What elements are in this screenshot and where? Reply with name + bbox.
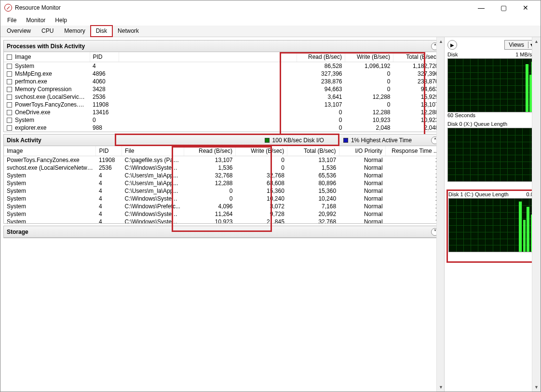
row-checkbox[interactable]	[7, 64, 12, 69]
col-read[interactable]: Read (B/sec)	[184, 146, 235, 156]
scroll-down-icon[interactable]: ▼	[532, 383, 541, 392]
disk-activity-table: Image PID File Read (B/sec) Write (B/sec…	[4, 146, 442, 223]
menu-monitor[interactable]: Monitor	[22, 16, 49, 25]
table-row[interactable]: System0010,92310,923	[4, 116, 442, 124]
panel-disk-activity-header[interactable]: Disk Activity 100 KB/sec Disk I/O 1% Hig…	[4, 135, 442, 146]
table-header-row: Image PID File Read (B/sec) Write (B/sec…	[4, 146, 442, 156]
tab-cpu[interactable]: CPU	[36, 26, 59, 37]
tab-overview[interactable]: Overview	[1, 26, 36, 37]
graph1-title: Disk	[447, 52, 458, 57]
table-row[interactable]: OneDrive.exe13416012,28812,288	[4, 108, 442, 116]
hide-pane-button[interactable]: ▶	[447, 40, 457, 50]
table-row[interactable]: MsMpEng.exe4896327,3960327,396	[4, 70, 442, 78]
table-row[interactable]: svchost.exe (LocalServiceNetwo...2536C:\…	[4, 164, 442, 172]
panel-processes-title: Processes with Disk Activity	[7, 43, 85, 50]
app-icon	[4, 4, 12, 12]
graph-disk0-queue	[447, 128, 538, 182]
col-file[interactable]: File	[122, 146, 184, 156]
graph-disk1-queue	[448, 198, 537, 252]
window-title: Resource Monitor	[15, 4, 61, 11]
table-row[interactable]: System4C:\Windows\System...11,2649,72820…	[4, 210, 442, 218]
row-checkbox[interactable]	[7, 87, 12, 92]
panel-processes: Processes with Disk Activity ˄ Image PID…	[3, 40, 442, 132]
col-write[interactable]: Write (B/sec)	[345, 52, 393, 62]
panel-storage-header[interactable]: Storage ˅	[4, 226, 442, 238]
table-row[interactable]: explorer.exe98802,0482,048	[4, 124, 442, 132]
table-row[interactable]: System4C:\Users\m_la\App...015,36015,360…	[4, 187, 442, 195]
table-row[interactable]: PowerToys.FancyZones.exe1190813,107013,1…	[4, 101, 442, 108]
main-column: Processes with Disk Activity ˄ Image PID…	[0, 37, 444, 392]
row-checkbox[interactable]	[7, 118, 12, 123]
col-total[interactable]: Total (B/sec)	[393, 52, 442, 62]
graph1-caption-left: 60 Seconds	[447, 112, 475, 118]
scroll-down-icon[interactable]: ▼	[437, 383, 444, 392]
tab-network[interactable]: Network	[112, 26, 144, 37]
menu-file[interactable]: File	[3, 16, 20, 25]
col-read[interactable]: Read (B/sec)	[297, 52, 345, 62]
vertical-scrollbar[interactable]: ▲ ▼	[436, 37, 444, 392]
row-checkbox[interactable]	[7, 102, 12, 108]
scroll-up-icon[interactable]: ▲	[532, 37, 541, 46]
titlebar: Resource Monitor ― ▢ ✕	[0, 0, 541, 15]
panel-disk-activity: Disk Activity 100 KB/sec Disk I/O 1% Hig…	[3, 134, 442, 224]
maximize-button[interactable]: ▢	[492, 0, 514, 15]
processes-table: Image PID Read (B/sec) Write (B/sec) Tot…	[4, 52, 442, 132]
disk-io-indicator: 100 KB/sec Disk I/O	[265, 137, 324, 144]
table-row[interactable]: System4C:\Windows\System...010,24010,240…	[4, 195, 442, 203]
tab-memory[interactable]: Memory	[59, 26, 90, 37]
side-column: ▶ Views▾ Disk 1 MB/sec 60 Seconds 0 Disk…	[444, 37, 541, 392]
table-header-row: Image PID Read (B/sec) Write (B/sec) Tot…	[4, 52, 442, 62]
row-checkbox[interactable]	[7, 110, 12, 115]
col-priority[interactable]: I/O Priority	[339, 146, 386, 156]
row-checkbox[interactable]	[7, 79, 12, 84]
panel-processes-header[interactable]: Processes with Disk Activity ˄	[4, 41, 442, 52]
table-row[interactable]: PowerToys.FancyZones.exe11908C:\pagefile…	[4, 156, 442, 164]
select-all-checkbox[interactable]	[7, 54, 12, 60]
row-checkbox[interactable]	[7, 71, 12, 77]
col-pid[interactable]: PID	[90, 52, 119, 62]
menubar: File Monitor Help	[0, 15, 541, 26]
col-image[interactable]: Image	[4, 52, 90, 62]
row-checkbox[interactable]	[7, 95, 12, 100]
active-time-indicator: 1% Highest Active Time	[343, 137, 412, 144]
table-row[interactable]: Memory Compression342894,663094,663	[4, 85, 442, 93]
close-button[interactable]: ✕	[514, 0, 537, 15]
col-total[interactable]: Total (B/sec)	[287, 146, 339, 156]
col-write[interactable]: Write (B/sec)	[236, 146, 287, 156]
scroll-up-icon[interactable]: ▲	[437, 37, 444, 46]
graph-disk	[447, 58, 538, 112]
panel-disk-activity-title: Disk Activity	[7, 137, 41, 144]
menu-help[interactable]: Help	[51, 16, 71, 25]
table-row[interactable]: System4C:\Users\m_la\App...12,28868,6088…	[4, 179, 442, 187]
minimize-button[interactable]: ―	[470, 0, 492, 15]
col-response[interactable]: Response Time ...	[386, 146, 442, 156]
col-image[interactable]: Image	[4, 146, 96, 156]
panel-storage: Storage ˅	[3, 226, 442, 238]
panel-storage-title: Storage	[7, 229, 28, 235]
graph3-title: Disk 1 (C:) Queue Length	[448, 191, 509, 197]
tab-disk[interactable]: Disk	[91, 26, 112, 37]
col-pid[interactable]: PID	[96, 146, 122, 156]
table-row[interactable]: svchost.exe (LocalServiceNet...25363,641…	[4, 93, 442, 101]
side-scrollbar[interactable]: ▲ ▼	[532, 37, 541, 392]
tabbar: Overview CPU Memory Disk Network	[0, 26, 541, 37]
table-row[interactable]: System486,5281,096,1921,182,720	[4, 62, 442, 70]
table-row[interactable]: System4C:\Windows\Prefetc...4,0963,0727,…	[4, 203, 442, 210]
table-row[interactable]: perfmon.exe4060238,8760238,876	[4, 78, 442, 85]
row-checkbox[interactable]	[7, 125, 12, 131]
graph2-title: Disk 0 (X:) Queue Length	[447, 121, 507, 127]
table-row[interactable]: System4C:\Windows\System...10,92321,8453…	[4, 218, 442, 223]
table-row[interactable]: System4C:\Users\m_la\App...32,76832,7686…	[4, 172, 442, 179]
